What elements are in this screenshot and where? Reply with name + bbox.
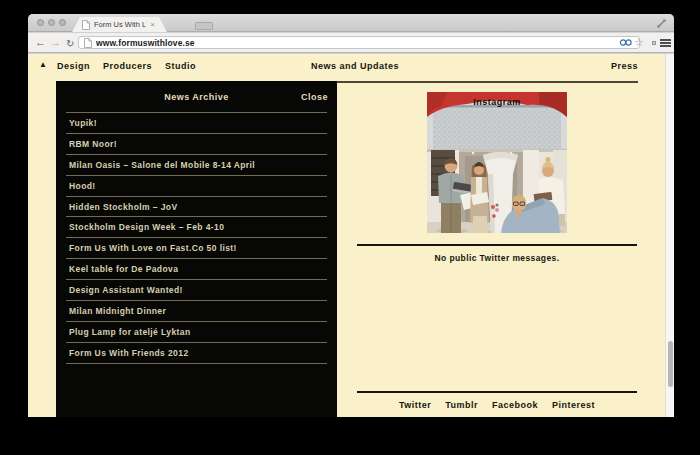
news-archive-list: Yupik! RBM Noor! Milan Oasis – Salone de… — [66, 112, 327, 364]
extension-square-icon[interactable] — [652, 41, 656, 45]
divider-top — [337, 81, 638, 83]
main-nav: Design Producers Studio — [57, 61, 196, 71]
back-icon[interactable]: ← — [35, 35, 46, 50]
social-links: Twitter Tumblr Facebook Pinterest — [357, 400, 637, 410]
minimize-window-icon[interactable] — [48, 19, 55, 26]
page-content: ▲ Design Producers Studio News and Updat… — [28, 54, 674, 417]
divider-bottom — [357, 391, 637, 393]
instagram-section-label[interactable]: Instagram — [427, 97, 567, 107]
tab-title: Form Us With Love — [94, 20, 146, 29]
divider-middle — [357, 244, 637, 246]
scrollbar-thumb[interactable] — [668, 341, 673, 387]
browser-tab[interactable]: Form Us With Love × — [72, 17, 167, 32]
news-item[interactable]: Milan Oasis – Salone del Mobile 8-14 Apr… — [66, 155, 327, 176]
window-controls[interactable] — [37, 19, 66, 26]
chrome-menu-icon[interactable] — [660, 39, 671, 49]
news-item[interactable]: Hood! — [66, 176, 327, 197]
close-window-icon[interactable] — [37, 19, 44, 26]
news-item[interactable]: Plug Lamp for ateljé Lyktan — [66, 322, 327, 343]
window-titlebar: Form Us With Love × — [28, 14, 674, 32]
news-item[interactable]: Milan Midnight Dinner — [66, 301, 327, 322]
tab-close-icon[interactable]: × — [150, 21, 155, 29]
page-icon — [84, 38, 92, 48]
news-item[interactable]: RBM Noor! — [66, 134, 327, 155]
fullscreen-icon[interactable] — [656, 18, 667, 29]
news-item[interactable]: Keel table for De Padova — [66, 259, 327, 280]
nav-item-producers[interactable]: Producers — [103, 61, 152, 71]
forward-icon[interactable]: → — [50, 35, 61, 50]
reload-icon[interactable]: ↻ — [66, 36, 74, 51]
zoom-window-icon[interactable] — [59, 19, 66, 26]
browser-toolbar: ← → ↻ www.formuswithlove.se ☆ — [28, 33, 674, 53]
extension-glasses-icon[interactable] — [619, 36, 632, 49]
news-item[interactable]: Hidden Stockholm – JoV — [66, 197, 327, 218]
social-link-twitter[interactable]: Twitter — [399, 400, 431, 410]
nav-item-studio[interactable]: Studio — [165, 61, 196, 71]
nav-item-news-and-updates[interactable]: News and Updates — [311, 61, 399, 71]
news-archive-panel: News Archive Close Yupik! RBM Noor! Mila… — [56, 81, 337, 417]
nav-item-press[interactable]: Press — [611, 61, 638, 71]
url-text: www.formuswithlove.se — [96, 38, 195, 48]
twitter-status-text: No public Twitter messages. — [357, 253, 637, 263]
news-item[interactable]: Design Assistant Wanted! — [66, 280, 327, 301]
bookmark-star-icon[interactable]: ☆ — [634, 35, 644, 49]
nav-item-design[interactable]: Design — [57, 61, 90, 71]
browser-window: Form Us With Love × ← → ↻ www.formuswith… — [28, 14, 674, 417]
news-item[interactable]: Form Us With Love on Fast.Co 50 list! — [66, 238, 327, 259]
screenshot-root: Form Us With Love × ← → ↻ www.formuswith… — [0, 0, 700, 455]
social-link-facebook[interactable]: Facebook — [492, 400, 538, 410]
news-item[interactable]: Form Us With Friends 2012 — [66, 343, 327, 364]
news-item[interactable]: Yupik! — [66, 113, 327, 134]
social-link-tumblr[interactable]: Tumblr — [445, 400, 478, 410]
close-button[interactable]: Close — [301, 92, 328, 102]
instagram-photo[interactable] — [427, 92, 567, 233]
news-archive-title: News Archive — [56, 92, 337, 102]
home-triangle-icon[interactable]: ▲ — [39, 60, 47, 69]
news-item[interactable]: Stockholm Design Week – Feb 4-10 — [66, 217, 327, 238]
scrollbar-track[interactable] — [665, 54, 674, 417]
new-tab-button[interactable] — [195, 22, 213, 30]
address-bar[interactable]: www.formuswithlove.se — [78, 36, 640, 49]
page-favicon-icon — [82, 20, 90, 30]
social-link-pinterest[interactable]: Pinterest — [552, 400, 595, 410]
